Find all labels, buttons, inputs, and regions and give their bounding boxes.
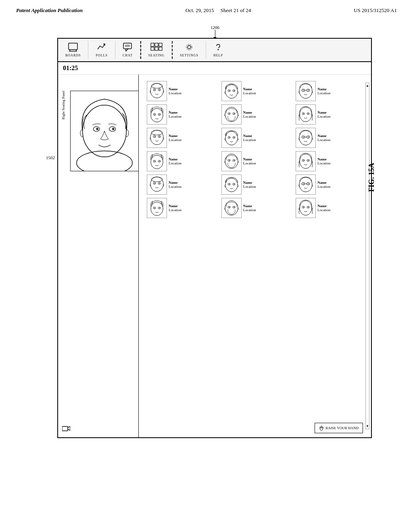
participant-cell[interactable]: NameLocation [295,80,368,102]
participant-avatar [296,128,316,148]
participant-cell[interactable]: NameLocation [221,150,294,172]
svg-point-102 [303,183,304,184]
participant-location: Location [317,208,330,212]
date: Oct. 29, 2015 [186,7,214,13]
settings-label: SETTINGS [180,54,198,57]
page-header: Patent Application Publication Oct. 29, … [0,0,413,18]
toolbar-chat[interactable]: CHAT [115,41,140,59]
svg-point-76 [159,161,160,162]
participant-info: NameLocation [243,157,256,165]
toolbar-help[interactable]: HELP [206,41,230,59]
raise-hand-button[interactable]: RAISE YOUR HAND [315,423,363,433]
participant-name: Name [243,87,256,91]
participant-cell[interactable]: NameLocation [146,80,219,102]
participant-cell[interactable]: NameLocation [295,174,368,195]
svg-point-49 [234,113,234,114]
svg-rect-4 [123,43,131,49]
svg-point-13 [188,46,191,49]
svg-point-56 [151,130,163,135]
participant-cell[interactable]: NameLocation [295,127,368,149]
participant-name: Name [243,181,256,185]
participant-location: Location [317,185,330,189]
svg-point-43 [154,114,155,115]
chat-label: CHAT [123,54,133,57]
participant-location: Location [243,91,256,95]
participant-cell[interactable]: NameLocation [221,104,294,125]
svg-point-16 [76,151,132,171]
participant-location: Location [169,185,181,189]
participant-avatar [147,128,167,148]
participant-cell[interactable]: NameLocation [295,150,368,172]
participant-info: NameLocation [243,204,256,212]
participant-cell[interactable]: NameLocation [221,80,294,102]
svg-point-75 [154,161,155,162]
svg-rect-10 [151,47,154,50]
participant-avatar [296,175,316,195]
self-view-image [70,91,139,171]
toolbar: BOARDS POLLS [58,39,371,62]
svg-point-72 [151,155,163,169]
participant-cell[interactable]: NameLocation [146,174,219,195]
chat-icon [123,43,132,53]
svg-rect-11 [155,47,158,50]
participant-avatar [221,175,242,195]
svg-point-66 [299,131,312,145]
toolbar-settings[interactable]: SETTINGS [173,41,206,59]
participant-cell[interactable]: NameLocation [146,150,219,172]
self-view-panel: 1502 Right Seating Panel [58,75,139,437]
participant-cell[interactable]: NameLocation [146,127,219,149]
svg-point-108 [159,208,160,208]
participant-name: Name [317,157,330,161]
svg-point-118 [308,207,309,208]
toolbar-boards[interactable]: BOARDS [58,41,88,59]
participant-location: Location [169,161,181,165]
settings-icon [184,43,194,53]
participant-avatar [147,175,167,195]
svg-point-55 [150,130,163,145]
svg-point-96 [229,184,229,185]
participant-location: Location [243,208,256,212]
svg-rect-22 [62,426,68,431]
svg-point-91 [154,183,155,184]
participant-avatar [147,81,167,101]
sheet-info: Oct. 29, 2015 Sheet 21 of 24 [186,7,251,14]
participant-cell[interactable]: NameLocation [295,104,368,125]
scrollbar[interactable]: ▲ ▼ [365,83,369,429]
svg-point-38 [303,90,304,91]
scroll-down-arrow[interactable]: ▼ [366,424,369,428]
participant-avatar [296,198,316,218]
participant-info: NameLocation [317,181,330,189]
svg-point-53 [303,113,304,114]
participant-cell[interactable]: NameLocation [221,197,294,219]
participant-info: NameLocation [169,134,181,142]
toolbar-polls[interactable]: POLLS [88,41,115,59]
svg-point-104 [151,202,163,216]
participant-cell[interactable]: NameLocation [221,127,294,149]
svg-point-33 [234,90,234,91]
svg-point-14 [186,44,192,50]
camera-icon[interactable] [62,425,70,433]
participant-cell[interactable]: NameLocation [295,197,368,219]
svg-point-54 [308,113,309,114]
participant-cell[interactable]: NameLocation [146,197,219,219]
svg-point-112 [229,207,229,208]
toolbar-seating[interactable]: SEATING [140,41,173,59]
svg-point-103 [308,183,309,184]
participant-info: NameLocation [243,181,256,189]
svg-point-65 [234,137,234,138]
participant-location: Location [169,91,181,95]
time-display: 01:25 [58,62,371,75]
participant-location: Location [243,185,256,189]
participant-info: NameLocation [169,87,181,95]
ref-1206-number: 1206 [211,25,219,30]
svg-point-40 [151,108,163,122]
participant-info: NameLocation [317,204,330,212]
participant-cell[interactable]: NameLocation [221,174,294,195]
ui-frame: BOARDS POLLS [57,38,372,438]
participant-cell[interactable]: NameLocation [146,104,219,125]
boards-label: BOARDS [65,54,81,57]
scroll-up-arrow[interactable]: ▲ [366,84,369,87]
svg-rect-12 [159,47,162,50]
participant-info: NameLocation [169,110,181,118]
seating-panel-label: Right Seating Panel [61,91,65,120]
